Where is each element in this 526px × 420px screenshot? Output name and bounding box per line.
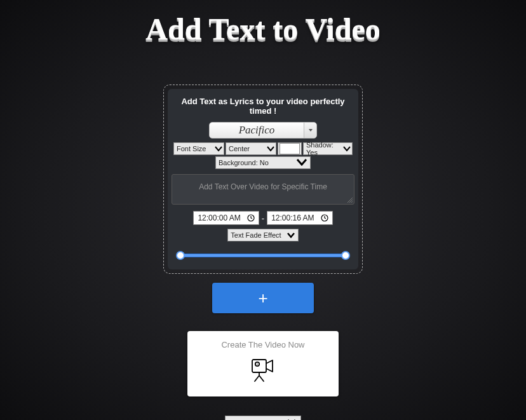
- start-time-input[interactable]: 12:00:00 AM: [193, 211, 259, 225]
- color-swatch: [280, 143, 300, 154]
- text-panel: Add Text as Lyrics to your video perfect…: [168, 89, 358, 269]
- text-panel-wrapper: Add Text as Lyrics to your video perfect…: [163, 85, 363, 274]
- font-row: Pacifico: [172, 122, 354, 139]
- clock-icon: [247, 214, 255, 222]
- time-range-slider[interactable]: [172, 250, 354, 261]
- background-select[interactable]: Background: No: [215, 156, 311, 169]
- text-effect-select[interactable]: Text Fade Effect: [227, 229, 298, 241]
- shadow-label: Shadow: Yes: [306, 141, 341, 156]
- font-size-select[interactable]: Font Size: [173, 142, 224, 155]
- font-size-label: Font Size: [177, 145, 206, 152]
- slider-thumb-start[interactable]: [176, 251, 185, 260]
- text-effect-label: Text Fade Effect: [231, 231, 281, 239]
- svg-rect-2: [252, 360, 266, 372]
- time-range-row: 12:00:00 AM - 12:00:16 AM: [172, 211, 354, 225]
- chevron-down-icon: [215, 146, 222, 152]
- clock-icon: [321, 214, 328, 222]
- background-row: Background: No: [172, 156, 354, 169]
- video-camera-icon: [247, 356, 279, 385]
- text-color-picker[interactable]: [278, 142, 302, 155]
- page-title: Add Text to Video: [0, 11, 526, 46]
- font-family-dropdown-toggle[interactable]: [304, 123, 316, 138]
- time-range-separator: -: [262, 213, 264, 223]
- resize-handle-icon: [347, 198, 353, 203]
- overlay-text-input[interactable]: Add Text Over Video for Specific Time: [172, 174, 354, 205]
- alignment-select[interactable]: Center: [226, 142, 276, 155]
- background-label: Background: No: [219, 159, 269, 166]
- chevron-down-icon: [287, 232, 295, 238]
- format-controls-row: Font Size Center Shadow: Yes: [172, 142, 354, 155]
- end-time-value: 12:00:16 AM: [271, 213, 314, 222]
- font-family-label: Pacifico: [210, 124, 304, 137]
- end-time-input[interactable]: 12:00:16 AM: [267, 211, 332, 225]
- chevron-down-icon: [267, 146, 274, 152]
- add-text-block-button[interactable]: +: [212, 283, 314, 313]
- slider-thumb-end[interactable]: [341, 251, 350, 260]
- language-select[interactable]: Choose language: [225, 416, 301, 420]
- chevron-down-icon: [309, 129, 313, 132]
- slider-track: [177, 254, 349, 257]
- effect-row: Text Fade Effect: [172, 229, 354, 241]
- font-family-select[interactable]: Pacifico: [209, 122, 317, 139]
- panel-header: Add Text as Lyrics to your video perfect…: [172, 94, 354, 122]
- plus-icon: +: [258, 288, 267, 308]
- language-row: Choose language: [0, 416, 526, 420]
- start-time-value: 12:00:00 AM: [198, 213, 240, 222]
- text-input-wrapper: Add Text Over Video for Specific Time: [172, 174, 354, 205]
- overlay-text-placeholder: Add Text Over Video for Specific Time: [199, 182, 327, 191]
- create-video-label: Create The Video Now: [194, 340, 332, 349]
- shadow-select[interactable]: Shadow: Yes: [303, 142, 353, 155]
- chevron-down-icon: [296, 158, 307, 167]
- alignment-label: Center: [229, 145, 250, 152]
- create-video-button[interactable]: Create The Video Now: [187, 331, 339, 396]
- svg-point-4: [257, 363, 258, 365]
- chevron-down-icon: [343, 146, 351, 152]
